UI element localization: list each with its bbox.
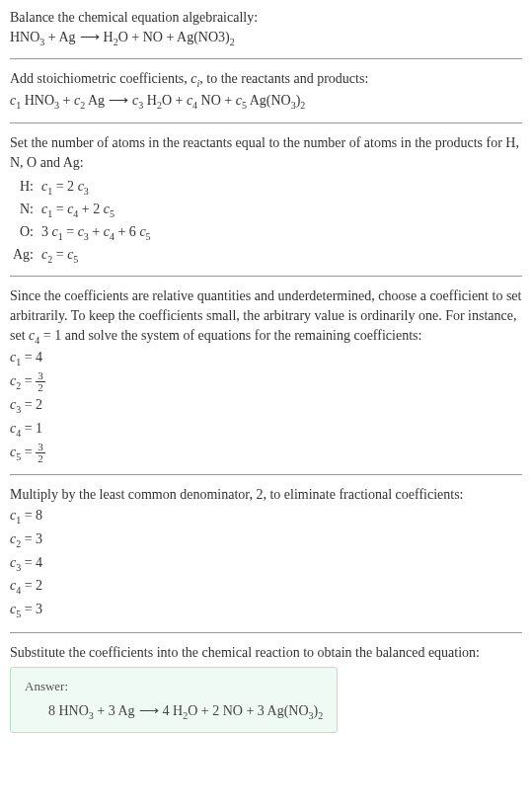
coeff-c1: c1 = 4 — [10, 347, 522, 370]
coeff-c3: c3 = 2 — [10, 394, 522, 418]
atom-eq: c1 = 2 c3 — [41, 176, 89, 199]
step2-text: Set the number of atoms in the reactants… — [10, 133, 522, 172]
atom-row: Ag: c2 = c5 — [10, 244, 522, 267]
atom-eq: c2 = c5 — [41, 244, 78, 267]
atom-label: Ag: — [10, 244, 41, 267]
atom-eq: 3 c1 = c3 + c4 + 6 c5 — [41, 221, 151, 244]
divider — [10, 632, 522, 633]
answer-equation: 8 HNO3 + 3 Ag⟶4 H2O + 2 NO + 3 Ag(NO3)2 — [25, 701, 323, 723]
coeff-c1: c1 = 8 — [10, 505, 522, 528]
coeff-c4: c4 = 1 — [10, 418, 522, 442]
divider — [10, 276, 522, 277]
title-text: Balance the chemical equation algebraica… — [10, 8, 522, 28]
step4-text: Multiply by the least common denominator… — [10, 485, 522, 505]
coeff-equation: c1 HNO3 + c2 Ag⟶c3 H2O + c4 NO + c5 Ag(N… — [10, 91, 522, 113]
step2-section: Set the number of atoms in the reactants… — [10, 133, 522, 266]
atom-label: H: — [10, 176, 41, 199]
divider — [10, 474, 522, 475]
coeff-c4: c4 = 2 — [10, 575, 522, 599]
divider — [10, 58, 522, 59]
atom-row: N: c1 = c4 + 2 c5 — [10, 199, 522, 221]
step3-text: Since the coefficients are relative quan… — [10, 286, 522, 347]
answer-box: Answer: 8 HNO3 + 3 Ag⟶4 H2O + 2 NO + 3 A… — [10, 667, 338, 734]
answer-label: Answer: — [25, 678, 323, 695]
coeff-c3: c3 = 4 — [10, 552, 522, 576]
atom-row: O: 3 c1 = c3 + c4 + 6 c5 — [10, 221, 522, 244]
step5-text: Substitute the coefficients into the che… — [10, 643, 522, 663]
step4-section: Multiply by the least common denominator… — [10, 485, 522, 622]
atom-label: N: — [10, 199, 41, 221]
coeff-c2: c2 = 32 — [10, 370, 522, 394]
divider — [10, 122, 522, 123]
step3-section: Since the coefficients are relative quan… — [10, 286, 522, 464]
atom-table: H: c1 = 2 c3 N: c1 = c4 + 2 c5 O: 3 c1 =… — [10, 176, 522, 266]
atom-row: H: c1 = 2 c3 — [10, 176, 522, 199]
coeff-c2: c2 = 3 — [10, 528, 522, 552]
step5-section: Substitute the coefficients into the che… — [10, 643, 522, 734]
atom-label: O: — [10, 221, 41, 244]
coeff-c5: c5 = 3 — [10, 599, 522, 622]
step1-text: Add stoichiometric coefficients, ci, to … — [10, 69, 522, 91]
initial-equation: HNO3 + Ag⟶H2O + NO + Ag(NO3)2 — [10, 28, 522, 49]
atom-eq: c1 = c4 + 2 c5 — [41, 199, 114, 221]
coeff-c5: c5 = 32 — [10, 442, 522, 465]
title-section: Balance the chemical equation algebraica… — [10, 8, 522, 48]
step1-section: Add stoichiometric coefficients, ci, to … — [10, 69, 522, 113]
